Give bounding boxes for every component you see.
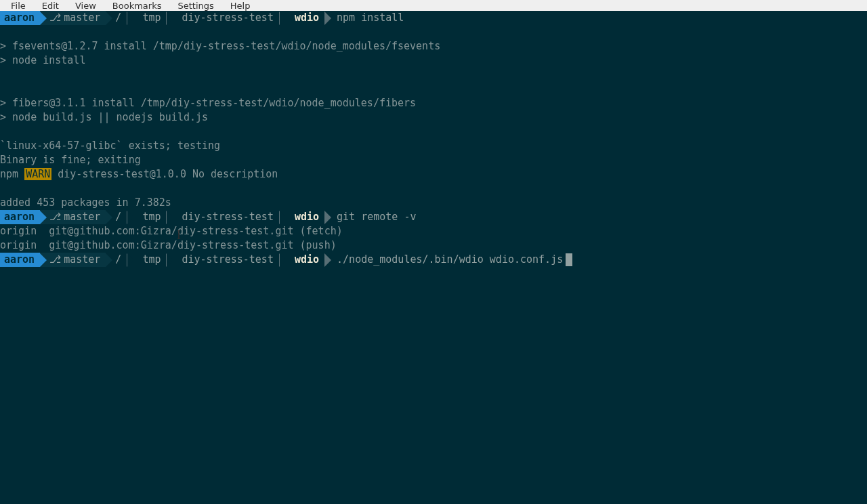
menu-view[interactable]: View — [67, 1, 104, 11]
arrow-icon — [106, 12, 112, 25]
terminal-cursor — [566, 253, 572, 266]
warn-badge: WARN — [24, 168, 51, 180]
prompt-path-seg: diy-stress-test — [172, 253, 278, 267]
prompt-path-seg: tmp — [133, 253, 166, 267]
prompt-path-seg: diy-stress-test — [172, 210, 278, 224]
arrow-icon — [40, 211, 47, 224]
menu-settings[interactable]: Settings — [169, 1, 221, 11]
prompt-path-seg: wdio — [285, 253, 324, 267]
git-branch-icon: ⎇ — [49, 253, 61, 267]
arrow-icon — [324, 253, 331, 267]
git-branch-icon: ⎇ — [49, 11, 61, 25]
command-text: ./node_modules/.bin/wdio wdio.conf.js — [331, 253, 563, 267]
prompt-path-seg: tmp — [133, 11, 166, 25]
menu-help[interactable]: Help — [222, 1, 259, 11]
command-text: npm install — [331, 11, 404, 25]
output-line: > node install — [0, 54, 867, 68]
arrow-icon — [324, 12, 331, 25]
prompt-line: aaron ⎇master / tmp diy-stress-test wdio… — [0, 210, 867, 224]
menu-file[interactable]: File — [3, 1, 34, 11]
prompt-path-seg: diy-stress-test — [172, 11, 278, 25]
output-line: > fibers@3.1.1 install /tmp/diy-stress-t… — [0, 96, 867, 110]
menubar: File Edit View Bookmarks Settings Help — [0, 0, 867, 11]
output-line: > fsevents@1.2.7 install /tmp/diy-stress… — [0, 39, 867, 54]
output-line: > node build.js || nodejs build.js — [0, 110, 867, 125]
arrow-icon — [106, 211, 112, 224]
npm-label: npm — [0, 168, 18, 180]
prompt-branch: ⎇master — [40, 11, 106, 25]
prompt-line: aaron ⎇master / tmp diy-stress-test wdio… — [0, 253, 867, 267]
arrow-icon — [324, 211, 331, 224]
output-line: origin git@github.com:Gizra/diy-stress-t… — [0, 224, 867, 238]
git-branch-icon: ⎇ — [49, 210, 61, 224]
prompt-user: aaron — [0, 210, 40, 224]
output-line: origin git@github.com:Gizra/diy-stress-t… — [0, 238, 867, 253]
terminal-area[interactable]: aaron ⎇master / tmp diy-stress-test wdio… — [0, 11, 867, 267]
menu-edit[interactable]: Edit — [34, 1, 67, 11]
prompt-path-seg: tmp — [133, 210, 166, 224]
prompt-user: aaron — [0, 11, 40, 25]
warn-message: diy-stress-test@1.0.0 No description — [51, 168, 278, 180]
prompt-line: aaron ⎇master / tmp diy-stress-test wdio… — [0, 11, 867, 25]
menu-bookmarks[interactable]: Bookmarks — [104, 1, 170, 11]
arrow-icon — [106, 253, 112, 267]
prompt-user: aaron — [0, 253, 40, 267]
prompt-path-seg: wdio — [285, 210, 324, 224]
output-line: added 453 packages in 7.382s — [0, 196, 867, 210]
prompt-branch: ⎇master — [40, 253, 106, 267]
output-line: Binary is fine; exiting — [0, 153, 867, 167]
output-line: npm WARN diy-stress-test@1.0.0 No descri… — [0, 167, 867, 182]
prompt-branch: ⎇master — [40, 210, 106, 224]
prompt-path-seg: wdio — [285, 11, 324, 25]
arrow-icon — [40, 253, 47, 267]
arrow-icon — [40, 12, 47, 25]
command-text: git remote -v — [331, 210, 416, 224]
output-line: `linux-x64-57-glibc` exists; testing — [0, 139, 867, 153]
